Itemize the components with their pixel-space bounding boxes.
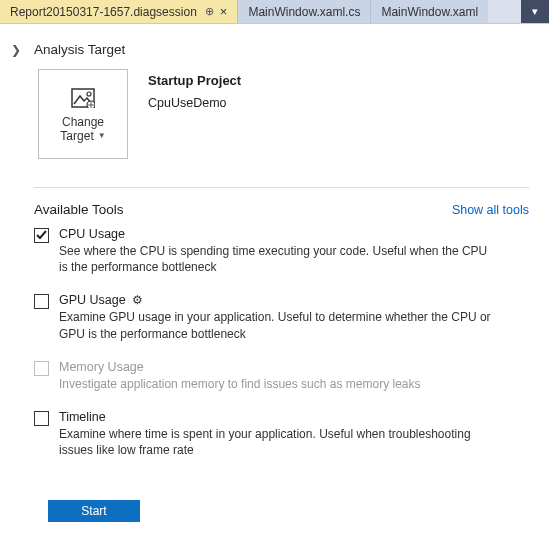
tab-label: Report20150317-1657.diagsession — [10, 5, 197, 19]
svg-point-1 — [87, 92, 91, 96]
tool-desc: Examine GPU usage in your application. U… — [59, 309, 499, 341]
start-button[interactable]: Start — [48, 500, 140, 522]
section-title-available-tools: Available Tools — [34, 202, 452, 217]
divider — [34, 187, 529, 188]
chevron-down-icon: ▼ — [98, 131, 106, 140]
tool-name: GPU Usage — [59, 293, 126, 307]
svg-rect-5 — [35, 361, 49, 375]
svg-rect-4 — [35, 295, 49, 309]
target-picture-icon — [71, 88, 95, 113]
tab-overflow-button[interactable]: ▾ — [521, 0, 549, 23]
change-target-button[interactable]: Change Target ▼ — [38, 69, 128, 159]
tool-desc: Examine where time is spent in your appl… — [59, 426, 499, 458]
tab-mainwindow-cs[interactable]: MainWindow.xaml.cs — [237, 0, 370, 23]
tool-row-cpu-usage: CPU UsageSee where the CPU is spending t… — [34, 227, 529, 275]
svg-rect-6 — [35, 411, 49, 425]
tool-row-gpu-usage: GPU Usage⚙Examine GPU usage in your appl… — [34, 293, 529, 341]
tab-label: MainWindow.xaml.cs — [248, 5, 360, 19]
expand-icon[interactable]: ❯ — [8, 43, 24, 57]
section-title-analysis-target: Analysis Target — [34, 42, 125, 57]
tool-desc: Investigate application memory to find i… — [59, 376, 499, 392]
tool-row-timeline: TimelineExamine where time is spent in y… — [34, 410, 529, 458]
tab-mainwindow-xaml[interactable]: MainWindow.xaml — [370, 0, 488, 23]
document-tabs: Report20150317-1657.diagsession ⊕ × Main… — [0, 0, 549, 24]
tab-diagsession[interactable]: Report20150317-1657.diagsession ⊕ × — [0, 0, 237, 23]
tool-row-memory-usage: Memory UsageInvestigate application memo… — [34, 360, 529, 392]
tab-label: MainWindow.xaml — [381, 5, 478, 19]
target-project-name: CpuUseDemo — [148, 96, 241, 110]
change-target-line1: Change — [62, 115, 104, 129]
tool-checkbox-gpu-usage[interactable] — [34, 294, 49, 309]
change-target-line2: Target — [60, 129, 93, 143]
show-all-tools-link[interactable]: Show all tools — [452, 203, 529, 217]
gear-icon[interactable]: ⚙ — [132, 293, 143, 307]
tool-name: CPU Usage — [59, 227, 125, 241]
tool-checkbox-cpu-usage[interactable] — [34, 228, 49, 243]
tool-desc: See where the CPU is spending time execu… — [59, 243, 499, 275]
target-heading: Startup Project — [148, 73, 241, 88]
pin-icon[interactable]: ⊕ — [205, 5, 214, 18]
tool-checkbox-memory-usage — [34, 361, 49, 376]
tools-list: CPU UsageSee where the CPU is spending t… — [8, 227, 529, 458]
close-icon[interactable]: × — [220, 4, 228, 19]
tool-name: Timeline — [59, 410, 106, 424]
tool-name: Memory Usage — [59, 360, 144, 374]
tool-checkbox-timeline[interactable] — [34, 411, 49, 426]
